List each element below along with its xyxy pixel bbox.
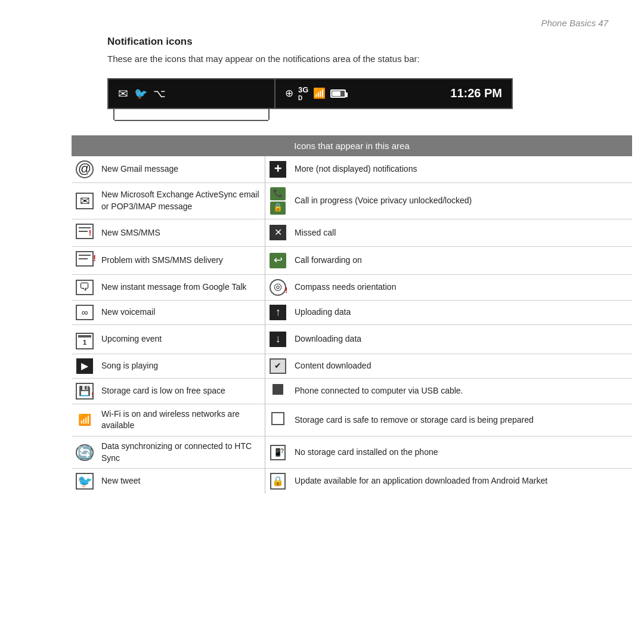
table-row: ✉ New Microsoft Exchange ActiveSync emai…	[72, 182, 632, 219]
desc-exchange: New Microsoft Exchange ActiveSync email …	[98, 182, 265, 219]
desc-gtalk: New instant message from Google Talk	[98, 274, 265, 300]
desc-download: Downloading data	[291, 324, 632, 354]
icon-wifi: 📶	[72, 404, 98, 436]
icon-upload: ↑	[265, 300, 291, 324]
desc-play: Song is playing	[98, 354, 265, 378]
icon-usb-connected	[265, 378, 291, 404]
icon-tweet: 🐦	[72, 469, 98, 494]
icon-storage-safe	[265, 404, 291, 436]
icon-content-downloaded: ✔	[265, 354, 291, 378]
table-row: ! New SMS/MMS ✕ Missed call	[72, 219, 632, 247]
desc-no-storage: No storage card installed on the phone	[291, 436, 632, 469]
3g-icon: 3GD	[298, 86, 308, 101]
page-container: Phone Basics 47 Notification icons These…	[0, 0, 644, 644]
desc-tweet: New tweet	[98, 469, 265, 494]
desc-missed-call: Missed call	[291, 219, 632, 247]
email-icon: ✉	[118, 86, 128, 101]
desc-usb-connected: Phone connected to computer via USB cabl…	[291, 378, 632, 404]
table-row: ▶ Song is playing ✔ Content downloaded	[72, 354, 632, 378]
table-row: ∞ New voicemail ↑ Uploading data	[72, 300, 632, 324]
desc-calendar: Upcoming event	[98, 324, 265, 354]
icon-sms: !	[72, 219, 98, 247]
desc-app-update: Update available for an application down…	[291, 469, 632, 494]
desc-gmail: New Gmail message	[98, 156, 265, 183]
icon-more-notifications: +	[265, 156, 291, 183]
icons-table-container: Icons that appear in this area @ New Gma…	[72, 135, 632, 494]
desc-call-forwarding: Call forwarding on	[291, 247, 632, 275]
icon-calendar: 1	[72, 324, 98, 354]
desc-content-downloaded: Content downloaded	[291, 354, 632, 378]
table-row: 📶 Wi-Fi is on and wireless networks are …	[72, 404, 632, 436]
icon-call-forwarding: ↩	[265, 247, 291, 275]
desc-storage-safe: Storage card is safe to remove or storag…	[291, 404, 632, 436]
desc-call-progress: Call in progress (Voice privacy unlocked…	[291, 182, 632, 219]
icon-exchange: ✉	[72, 182, 98, 219]
icon-play: ▶	[72, 354, 98, 378]
icon-sync: 🔄	[72, 436, 98, 469]
icon-app-update: 🔒	[265, 469, 291, 494]
table-row: 💾 ! Storage card is low on free space Ph…	[72, 378, 632, 404]
desc-upload: Uploading data	[291, 300, 632, 324]
page-number: Phone Basics 47	[541, 18, 608, 28]
icon-gtalk: 🗨	[72, 274, 98, 300]
table-row: 🔄 Data synchronizing or connected to HTC…	[72, 436, 632, 469]
section-title: Notification icons	[107, 36, 608, 48]
usb-icon: ⌥	[153, 87, 166, 100]
table-row: ! Problem with SMS/MMS delivery ↩ Call f…	[72, 247, 632, 275]
battery-icon	[330, 89, 346, 98]
icon-download: ↓	[265, 324, 291, 354]
table-row: 🐦 New tweet 🔒 Update available for an ap…	[72, 469, 632, 494]
table-row: @ New Gmail message + More (not displaye…	[72, 156, 632, 183]
icon-no-storage: 📱 ?	[265, 436, 291, 469]
icon-call-progress: 📞 🔒	[265, 182, 291, 219]
icon-voicemail: ∞	[72, 300, 98, 324]
table-row: 1 Upcoming event ↓ Downloading data	[72, 324, 632, 354]
icon-compass: ◎ !	[265, 274, 291, 300]
desc-voicemail: New voicemail	[98, 300, 265, 324]
icon-missed-call: ✕	[265, 219, 291, 247]
status-bar-wrapper: ✉ 🐦 ⌥ ⊕ 3GD 📶 11:26 PM	[107, 78, 513, 121]
status-bar: ✉ 🐦 ⌥ ⊕ 3GD 📶 11:26 PM	[107, 78, 513, 109]
signal-icon: 📶	[313, 87, 326, 100]
icon-storage-low: 💾 !	[72, 378, 98, 404]
globe-icon: ⊕	[285, 87, 293, 100]
table-header: Icons that appear in this area	[72, 135, 632, 156]
icon-gmail: @	[72, 156, 98, 183]
desc-sms-problem: Problem with SMS/MMS delivery	[98, 247, 265, 275]
desc-sms: New SMS/MMS	[98, 219, 265, 247]
desc-wifi: Wi-Fi is on and wireless networks are av…	[98, 404, 265, 436]
desc-more-notifications: More (not displayed) notifications	[291, 156, 632, 183]
desc-compass: Compass needs orientation	[291, 274, 632, 300]
table-row: 🗨 New instant message from Google Talk ◎…	[72, 274, 632, 300]
section-description: These are the icons that may appear on t…	[107, 52, 608, 66]
desc-storage-low: Storage card is low on free space	[98, 378, 265, 404]
status-bar-right: ⊕ 3GD 📶 11:26 PM	[275, 86, 512, 101]
status-bar-left: ✉ 🐦 ⌥	[109, 79, 275, 108]
status-bar-time: 11:26 PM	[450, 86, 502, 100]
desc-sync: Data synchronizing or connected to HTC S…	[98, 436, 265, 469]
icon-sms-problem: !	[72, 247, 98, 275]
icons-table: @ New Gmail message + More (not displaye…	[72, 156, 632, 494]
bird-icon: 🐦	[134, 87, 147, 100]
